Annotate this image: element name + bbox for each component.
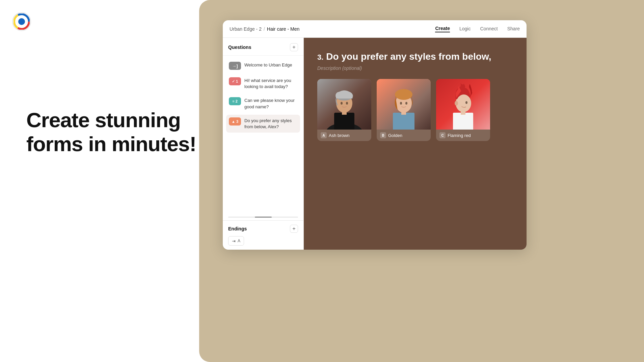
option-image-b [377,79,431,130]
question-item-3[interactable]: ▲3 Do you prefer any styles from below, … [226,115,300,133]
scroll-indicator [223,214,303,220]
option-card-b[interactable]: B Golden [377,79,431,141]
svg-point-25 [455,101,458,106]
question-text-1: Hi! what service are you looking to avai… [244,78,297,90]
form-topbar: Urban Edge - 2 / Hair care - Men Create … [223,20,527,38]
breadcrumb-project: Urban Edge - 2 [230,26,262,32]
form-nav: Create Logic Connect Share [435,26,520,32]
svg-point-23 [456,94,471,112]
option-card-c[interactable]: C Flaming red [436,79,490,141]
option-card-a[interactable]: A Ash brown [317,79,371,141]
option-letter-a: A [321,132,327,138]
option-label-a: A Ash brown [317,130,371,141]
option-letter-c: C [439,132,446,138]
add-question-button[interactable]: + [290,43,298,51]
add-ending-button[interactable]: + [290,225,298,233]
svg-point-10 [341,102,343,105]
ending-badge: ⇥ A [228,236,244,246]
ending-label: A [238,239,240,243]
svg-point-17 [400,102,402,105]
preview-options: A Ash brown [317,79,513,141]
svg-rect-13 [393,113,414,130]
question-list: →] Welcome to Urban Edge ✓1 Hi! what ser… [223,56,303,136]
preview-description: Description (optional) [317,65,513,71]
nav-create[interactable]: Create [435,26,450,32]
app-logo [12,12,31,31]
svg-point-11 [346,102,348,105]
endings-section: Endings + ⇥ A [223,220,303,250]
question-text-0: Welcome to Urban Edge [244,62,292,68]
hero-text-block: Create stunning forms in minutes! [26,108,196,156]
svg-point-16 [395,89,412,100]
question-text-3: Do you prefer any styles from below, Ale… [244,118,297,130]
question-item-2[interactable]: ≡2 Can we please know your good name? [226,94,300,112]
hero-line2: forms in minutes! [26,132,196,156]
option-label-c: C Flaming red [436,130,490,141]
question-badge-3: ▲3 [229,117,241,126]
option-image-c [436,79,490,130]
svg-point-3 [18,18,25,25]
question-item-0[interactable]: →] Welcome to Urban Edge [226,59,300,73]
option-name-b: Golden [388,133,402,138]
form-body: Questions + →] Welcome to Urban Edge ✓1 … [223,38,527,250]
endings-label: Endings [228,226,247,231]
question-badge-1: ✓1 [229,77,241,85]
nav-logic[interactable]: Logic [459,26,471,32]
option-name-c: Flaming red [448,133,471,138]
questions-header: Questions + [223,38,303,56]
option-name-a: Ash brown [329,133,349,138]
preview-panel: 3. Do you prefer any styles from below, … [304,38,527,250]
breadcrumb: Urban Edge - 2 / Hair care - Men [230,26,435,32]
question-text-2: Can we please know your good name? [244,98,297,110]
svg-rect-6 [334,113,354,130]
nav-share[interactable]: Share [507,26,520,32]
preview-question-number: 3. [317,53,323,62]
question-item-1[interactable]: ✓1 Hi! what service are you looking to a… [226,75,300,92]
nav-connect[interactable]: Connect [480,26,498,32]
question-badge-0: →] [229,62,241,70]
question-badge-2: ≡2 [229,97,241,105]
ending-item[interactable]: ⇥ A [228,236,298,246]
questions-panel: Questions + →] Welcome to Urban Edge ✓1 … [223,38,304,250]
breadcrumb-separator: / [264,26,265,32]
option-label-b: B Golden [377,130,431,141]
svg-point-18 [405,102,407,105]
option-letter-b: B [380,132,386,138]
svg-point-24 [465,101,467,104]
hero-line1: Create stunning [26,108,181,132]
svg-rect-20 [453,113,473,130]
questions-label: Questions [228,45,251,50]
option-image-a [317,79,371,130]
breadcrumb-form: Hair care - Men [267,26,299,32]
preview-question-text: Do you prefer any styles from below, [326,51,491,62]
form-editor-card: Urban Edge - 2 / Hair care - Men Create … [223,20,527,250]
